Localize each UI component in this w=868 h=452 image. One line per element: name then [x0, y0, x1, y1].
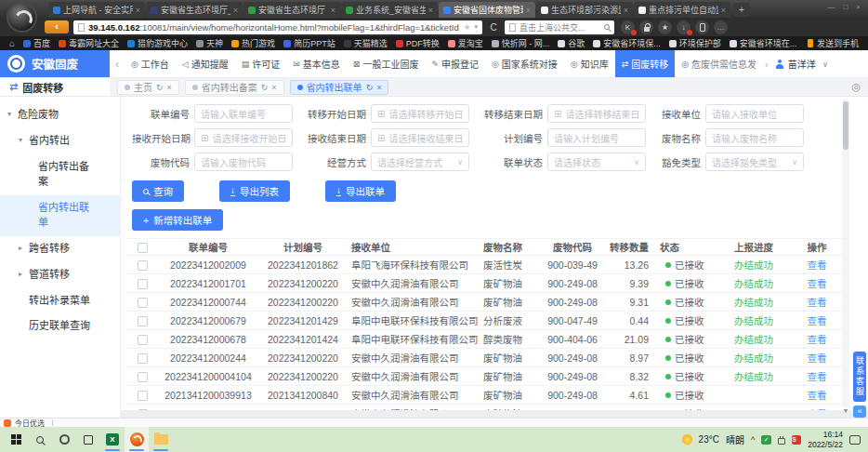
tab-close-icon[interactable]: ×: [271, 83, 276, 92]
minimize-button[interactable]: —: [827, 3, 835, 11]
nav-scroll-right-icon[interactable]: ›: [763, 59, 770, 70]
taskbar-search-button[interactable]: [28, 427, 52, 452]
browser-tab[interactable]: 安徽省生态环境厅×: [243, 2, 340, 18]
nav-item[interactable]: ⊠一般工业固废: [347, 50, 426, 77]
tray-expand-icon[interactable]: ^: [751, 435, 755, 445]
bookmark-item[interactable]: 安徽省环境在...: [730, 37, 797, 49]
form-select[interactable]: 请选择豁免类型∨: [705, 153, 804, 171]
view-link[interactable]: 查看: [808, 297, 827, 308]
customer-service-widget[interactable]: 联系客服: [853, 352, 866, 402]
view-link[interactable]: 查看: [808, 390, 827, 401]
view-link[interactable]: 查看: [808, 259, 827, 271]
bookmark-item[interactable]: 快折网 - 网...: [492, 37, 550, 49]
bookmark-item[interactable]: 天猫精选: [344, 37, 388, 49]
bookmark-item[interactable]: 谷歌: [558, 37, 585, 49]
scrollbar-thumb[interactable]: [843, 101, 848, 150]
excel-taskbar-button[interactable]: X: [100, 427, 125, 452]
sidebar-item[interactable]: 省内转出联单: [0, 195, 120, 236]
nav-item[interactable]: ▤许可证: [235, 50, 287, 77]
bookmark-item[interactable]: 简历PPT站: [283, 37, 335, 49]
view-link[interactable]: 查看: [808, 352, 827, 364]
form-input[interactable]: 请输入计划编号: [547, 128, 646, 147]
url-field[interactable]: 39.145.0.162:10081/main/view/home/horizo…: [73, 20, 482, 34]
new-tab-button[interactable]: +: [733, 3, 750, 17]
refresh-button[interactable]: C: [487, 22, 500, 33]
start-button[interactable]: [4, 427, 28, 452]
taskbar-clock[interactable]: 16:14 2022/5/22: [808, 430, 843, 448]
bookmark-item[interactable]: 安徽省环境保...: [593, 37, 661, 49]
row-checkbox[interactable]: [138, 279, 148, 289]
browser-tab[interactable]: 安徽省固体废物管理×: [439, 2, 535, 18]
tree-arrow-icon[interactable]: ▾: [7, 108, 18, 120]
browser-tab[interactable]: 安徽省生态环境厅_...×: [146, 2, 243, 18]
vertical-scrollbar[interactable]: [842, 99, 849, 407]
tree-arrow-icon[interactable]: ▸: [19, 242, 29, 254]
tab-refresh-icon[interactable]: ↻: [366, 83, 374, 92]
sidebar-item[interactable]: 省内转出备案: [0, 154, 120, 195]
sidebar-item[interactable]: ▾省内转出: [0, 128, 120, 154]
browser-logo-icon[interactable]: [7, 2, 37, 33]
sidebar-item[interactable]: ▾危险废物: [0, 102, 120, 128]
tab-close-icon[interactable]: ×: [167, 83, 172, 92]
browser-tab[interactable]: 上网导航 - 安全实用...×: [48, 2, 145, 18]
tabs-options-icon[interactable]: ◎: [851, 81, 861, 93]
browser-search-box[interactable]: 直击上海公共交...: [505, 20, 614, 34]
collapse-widget-button[interactable]: «: [853, 405, 866, 418]
search-icon[interactable]: [604, 24, 610, 30]
row-checkbox[interactable]: [138, 335, 148, 345]
nav-item[interactable]: ◎知识库: [564, 50, 615, 77]
export-list-button[interactable]: ↓导出列表: [219, 180, 290, 202]
export-sheet-button[interactable]: ↓导出联单: [325, 180, 396, 202]
row-checkbox[interactable]: [138, 260, 148, 271]
close-button[interactable]: ×: [856, 3, 861, 11]
tab-refresh-icon[interactable]: ↻: [156, 83, 164, 92]
browser-tab[interactable]: 重点排污单位自动监...×: [634, 2, 730, 18]
tab-close-icon[interactable]: ×: [233, 6, 238, 15]
nav-item[interactable]: ◎危废供需信息发: [675, 50, 763, 77]
notification-center-icon[interactable]: [849, 435, 861, 445]
row-checkbox[interactable]: [138, 316, 148, 326]
mobile-sync-button[interactable]: [695, 20, 709, 34]
tree-arrow-icon[interactable]: ▸: [19, 268, 29, 280]
favorite-star-icon[interactable]: ★: [463, 22, 470, 32]
browser-taskbar-button[interactable]: [125, 427, 149, 452]
scrollbar-down-icon[interactable]: ▼: [841, 406, 850, 416]
app-tray-icon[interactable]: S: [792, 435, 801, 445]
form-input[interactable]: ⊞请选择接收结束日期: [371, 128, 469, 147]
usb-tray-icon[interactable]: [778, 438, 785, 445]
favorites-button[interactable]: ★: [658, 20, 672, 34]
nav-scroll-left-icon[interactable]: ‹: [110, 58, 125, 71]
nav-item[interactable]: ✉基本信息: [286, 50, 347, 77]
view-link[interactable]: 查看: [808, 315, 827, 326]
file-explorer-button[interactable]: [149, 427, 173, 452]
tab-close-icon[interactable]: ×: [721, 6, 726, 15]
bookmark-item[interactable]: 热门游戏: [231, 37, 275, 49]
weather-desc[interactable]: 晴朗: [726, 432, 744, 446]
cortana-button[interactable]: [52, 427, 76, 452]
restore-button[interactable]: □: [843, 3, 848, 11]
tab-close-icon[interactable]: ×: [136, 6, 140, 15]
tab-close-icon[interactable]: ×: [526, 6, 531, 15]
task-view-button[interactable]: [76, 427, 100, 452]
sidebar-item[interactable]: 转出补录菜单: [0, 288, 120, 314]
home-icon[interactable]: ⌂: [9, 38, 15, 48]
downloads-button[interactable]: ↓: [677, 20, 690, 34]
tab-refresh-icon[interactable]: ↻: [261, 83, 269, 92]
nav-item[interactable]: ✎申报登记: [425, 50, 485, 77]
view-link[interactable]: 查看: [808, 334, 827, 345]
nav-item[interactable]: ◁通知提醒: [176, 50, 235, 77]
row-checkbox[interactable]: [138, 353, 148, 364]
form-input[interactable]: 请输入废物代码: [194, 153, 293, 171]
nav-item[interactable]: ◎工作台: [125, 50, 176, 77]
weather-temp[interactable]: 23°C: [699, 434, 719, 445]
form-input[interactable]: 请输入废物名称: [705, 128, 804, 147]
browser-tab[interactable]: 生态环境部污染源监...×: [536, 2, 633, 18]
bookmark-item[interactable]: 爱淘宝: [448, 37, 483, 49]
tab-close-icon[interactable]: ×: [624, 6, 628, 15]
page-tab[interactable]: 省内转出备案↻×: [185, 80, 284, 95]
user-caret-icon[interactable]: ∨: [822, 60, 829, 69]
form-select[interactable]: 请选择经营方式∨: [371, 153, 469, 171]
row-checkbox[interactable]: [138, 298, 148, 308]
tab-close-icon[interactable]: ×: [331, 6, 335, 15]
nav-item[interactable]: ⇄固废转移: [615, 50, 676, 77]
